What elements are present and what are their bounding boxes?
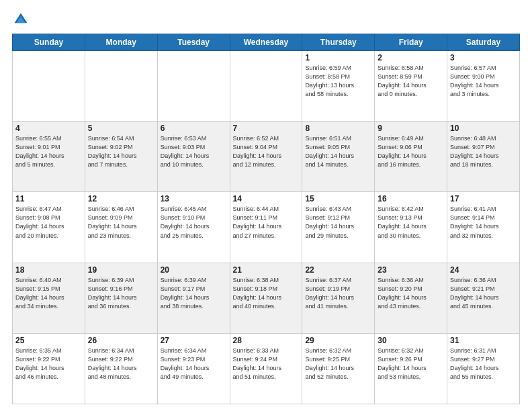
calendar-cell: 18Sunrise: 6:40 AM Sunset: 9:15 PM Dayli… xyxy=(13,263,85,333)
day-number: 21 xyxy=(233,265,300,275)
day-number: 16 xyxy=(378,194,444,203)
calendar-cell: 5Sunrise: 6:54 AM Sunset: 9:02 PM Daylig… xyxy=(85,122,157,192)
calendar-cell: 22Sunrise: 6:37 AM Sunset: 9:19 PM Dayli… xyxy=(302,263,375,333)
day-info: Sunrise: 6:44 AM Sunset: 9:11 PM Dayligh… xyxy=(233,205,300,240)
day-info: Sunrise: 6:40 AM Sunset: 9:15 PM Dayligh… xyxy=(15,276,82,311)
day-info: Sunrise: 6:46 AM Sunset: 9:09 PM Dayligh… xyxy=(88,205,154,240)
calendar-cell xyxy=(157,51,230,122)
day-info: Sunrise: 6:55 AM Sunset: 9:01 PM Dayligh… xyxy=(15,134,82,169)
day-info: Sunrise: 6:34 AM Sunset: 9:22 PM Dayligh… xyxy=(88,347,154,381)
week-row-1: 1Sunrise: 6:59 AM Sunset: 8:58 PM Daylig… xyxy=(13,51,520,122)
day-info: Sunrise: 6:33 AM Sunset: 9:24 PM Dayligh… xyxy=(233,347,300,381)
day-number: 27 xyxy=(161,336,227,345)
calendar-cell: 6Sunrise: 6:53 AM Sunset: 9:03 PM Daylig… xyxy=(157,122,230,192)
calendar-cell: 30Sunrise: 6:32 AM Sunset: 9:26 PM Dayli… xyxy=(375,333,447,404)
week-row-5: 25Sunrise: 6:35 AM Sunset: 9:22 PM Dayli… xyxy=(13,333,520,404)
day-info: Sunrise: 6:38 AM Sunset: 9:18 PM Dayligh… xyxy=(233,276,300,311)
day-info: Sunrise: 6:53 AM Sunset: 9:03 PM Dayligh… xyxy=(161,134,227,169)
day-info: Sunrise: 6:31 AM Sunset: 9:27 PM Dayligh… xyxy=(450,347,517,381)
calendar-cell: 13Sunrise: 6:45 AM Sunset: 9:10 PM Dayli… xyxy=(157,192,230,263)
day-number: 23 xyxy=(378,265,444,275)
calendar-cell: 12Sunrise: 6:46 AM Sunset: 9:09 PM Dayli… xyxy=(85,192,157,263)
day-number: 26 xyxy=(88,336,154,345)
day-number: 25 xyxy=(15,336,82,345)
day-number: 11 xyxy=(15,194,82,203)
calendar-cell: 25Sunrise: 6:35 AM Sunset: 9:22 PM Dayli… xyxy=(13,333,85,404)
day-number: 9 xyxy=(378,124,444,133)
day-info: Sunrise: 6:58 AM Sunset: 8:59 PM Dayligh… xyxy=(378,64,444,99)
calendar-cell: 19Sunrise: 6:39 AM Sunset: 9:16 PM Dayli… xyxy=(85,263,157,333)
day-info: Sunrise: 6:51 AM Sunset: 9:05 PM Dayligh… xyxy=(305,134,371,169)
calendar-cell: 17Sunrise: 6:41 AM Sunset: 9:14 PM Dayli… xyxy=(447,192,520,263)
calendar-cell: 27Sunrise: 6:34 AM Sunset: 9:23 PM Dayli… xyxy=(157,333,230,404)
col-header-monday: Monday xyxy=(85,34,157,51)
logo xyxy=(12,12,30,27)
calendar-cell: 29Sunrise: 6:32 AM Sunset: 9:25 PM Dayli… xyxy=(302,333,375,404)
day-number: 20 xyxy=(161,265,227,275)
day-number: 5 xyxy=(88,124,154,133)
col-header-sunday: Sunday xyxy=(13,34,85,51)
calendar-cell: 23Sunrise: 6:36 AM Sunset: 9:20 PM Dayli… xyxy=(375,263,447,333)
day-info: Sunrise: 6:49 AM Sunset: 9:06 PM Dayligh… xyxy=(378,134,444,169)
calendar-cell: 24Sunrise: 6:36 AM Sunset: 9:21 PM Dayli… xyxy=(447,263,520,333)
day-number: 7 xyxy=(233,124,300,133)
day-info: Sunrise: 6:36 AM Sunset: 9:20 PM Dayligh… xyxy=(378,276,444,311)
calendar-cell: 28Sunrise: 6:33 AM Sunset: 9:24 PM Dayli… xyxy=(230,333,302,404)
day-info: Sunrise: 6:39 AM Sunset: 9:16 PM Dayligh… xyxy=(88,276,154,311)
calendar-cell: 10Sunrise: 6:48 AM Sunset: 9:07 PM Dayli… xyxy=(447,122,520,192)
day-info: Sunrise: 6:36 AM Sunset: 9:21 PM Dayligh… xyxy=(450,276,517,311)
calendar-cell: 7Sunrise: 6:52 AM Sunset: 9:04 PM Daylig… xyxy=(230,122,302,192)
day-number: 3 xyxy=(450,53,517,62)
day-number: 10 xyxy=(450,124,517,133)
calendar-header-row: SundayMondayTuesdayWednesdayThursdayFrid… xyxy=(13,34,520,51)
day-number: 12 xyxy=(88,194,154,203)
day-number: 24 xyxy=(450,265,517,275)
calendar-cell: 31Sunrise: 6:31 AM Sunset: 9:27 PM Dayli… xyxy=(447,333,520,404)
day-info: Sunrise: 6:35 AM Sunset: 9:22 PM Dayligh… xyxy=(15,347,82,381)
day-number: 29 xyxy=(305,336,371,345)
week-row-2: 4Sunrise: 6:55 AM Sunset: 9:01 PM Daylig… xyxy=(13,122,520,192)
day-number: 28 xyxy=(233,336,300,345)
day-info: Sunrise: 6:45 AM Sunset: 9:10 PM Dayligh… xyxy=(161,205,227,240)
day-info: Sunrise: 6:43 AM Sunset: 9:12 PM Dayligh… xyxy=(305,205,371,240)
day-info: Sunrise: 6:39 AM Sunset: 9:17 PM Dayligh… xyxy=(161,276,227,311)
calendar-cell xyxy=(85,51,157,122)
calendar-table: SundayMondayTuesdayWednesdayThursdayFrid… xyxy=(12,34,520,404)
col-header-wednesday: Wednesday xyxy=(230,34,302,51)
calendar-cell: 8Sunrise: 6:51 AM Sunset: 9:05 PM Daylig… xyxy=(302,122,375,192)
day-number: 31 xyxy=(450,336,517,345)
day-number: 17 xyxy=(450,194,517,203)
calendar-cell: 16Sunrise: 6:42 AM Sunset: 9:13 PM Dayli… xyxy=(375,192,447,263)
calendar-cell xyxy=(230,51,302,122)
day-number: 15 xyxy=(305,194,371,203)
day-info: Sunrise: 6:54 AM Sunset: 9:02 PM Dayligh… xyxy=(88,134,154,169)
calendar-cell: 14Sunrise: 6:44 AM Sunset: 9:11 PM Dayli… xyxy=(230,192,302,263)
day-info: Sunrise: 6:32 AM Sunset: 9:25 PM Dayligh… xyxy=(305,347,371,381)
calendar-cell: 9Sunrise: 6:49 AM Sunset: 9:06 PM Daylig… xyxy=(375,122,447,192)
day-info: Sunrise: 6:32 AM Sunset: 9:26 PM Dayligh… xyxy=(378,347,444,381)
calendar-cell xyxy=(13,51,85,122)
day-number: 1 xyxy=(305,53,371,62)
calendar-cell: 20Sunrise: 6:39 AM Sunset: 9:17 PM Dayli… xyxy=(157,263,230,333)
day-number: 18 xyxy=(15,265,82,275)
day-info: Sunrise: 6:48 AM Sunset: 9:07 PM Dayligh… xyxy=(450,134,517,169)
col-header-tuesday: Tuesday xyxy=(157,34,230,51)
calendar-cell: 21Sunrise: 6:38 AM Sunset: 9:18 PM Dayli… xyxy=(230,263,302,333)
calendar-cell: 1Sunrise: 6:59 AM Sunset: 8:58 PM Daylig… xyxy=(302,51,375,122)
page: SundayMondayTuesdayWednesdayThursdayFrid… xyxy=(0,0,532,411)
calendar-cell: 11Sunrise: 6:47 AM Sunset: 9:08 PM Dayli… xyxy=(13,192,85,263)
col-header-saturday: Saturday xyxy=(447,34,520,51)
day-number: 19 xyxy=(88,265,154,275)
day-number: 22 xyxy=(305,265,371,275)
calendar-cell: 15Sunrise: 6:43 AM Sunset: 9:12 PM Dayli… xyxy=(302,192,375,263)
day-info: Sunrise: 6:34 AM Sunset: 9:23 PM Dayligh… xyxy=(161,347,227,381)
day-info: Sunrise: 6:59 AM Sunset: 8:58 PM Dayligh… xyxy=(305,64,371,99)
day-info: Sunrise: 6:57 AM Sunset: 9:00 PM Dayligh… xyxy=(450,64,517,99)
day-number: 14 xyxy=(233,194,300,203)
day-info: Sunrise: 6:42 AM Sunset: 9:13 PM Dayligh… xyxy=(378,205,444,240)
calendar-cell: 4Sunrise: 6:55 AM Sunset: 9:01 PM Daylig… xyxy=(13,122,85,192)
day-number: 6 xyxy=(161,124,227,133)
day-info: Sunrise: 6:52 AM Sunset: 9:04 PM Dayligh… xyxy=(233,134,300,169)
calendar-cell: 2Sunrise: 6:58 AM Sunset: 8:59 PM Daylig… xyxy=(375,51,447,122)
day-number: 4 xyxy=(15,124,82,133)
